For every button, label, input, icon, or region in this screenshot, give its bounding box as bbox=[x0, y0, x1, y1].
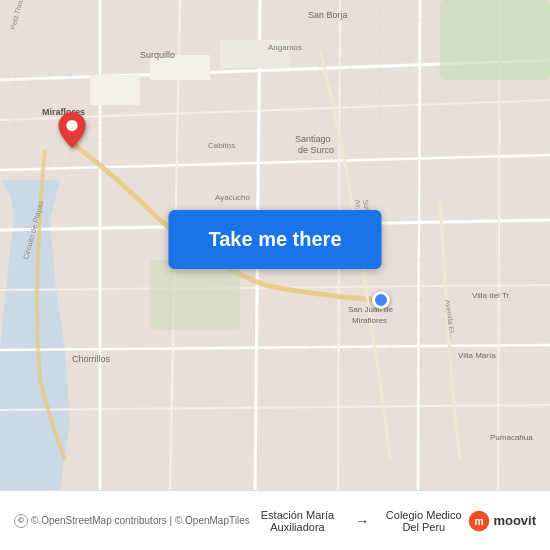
svg-text:Villa del Tr: Villa del Tr bbox=[472, 291, 510, 300]
svg-text:Villa María: Villa María bbox=[458, 351, 496, 360]
svg-rect-56 bbox=[90, 75, 140, 105]
moovit-logo: m moovit bbox=[468, 510, 536, 532]
arrow-icon: → bbox=[355, 513, 369, 529]
attribution-text: © OpenStreetMap contributors | © OpenMap… bbox=[31, 515, 250, 526]
osm-icon: © bbox=[14, 514, 28, 528]
destination-pin bbox=[58, 112, 86, 152]
svg-text:San Borja: San Borja bbox=[308, 10, 348, 20]
svg-text:Surquillo: Surquillo bbox=[140, 50, 175, 60]
map-attribution: © © OpenStreetMap contributors | © OpenM… bbox=[14, 514, 250, 528]
svg-text:m: m bbox=[475, 515, 484, 526]
bottom-bar: © © OpenStreetMap contributors | © OpenM… bbox=[0, 490, 550, 550]
svg-text:Santiago: Santiago bbox=[295, 134, 331, 144]
origin-station: Estación María Auxiliadora bbox=[250, 509, 345, 533]
destination-station: Colegio Medico Del Peru bbox=[379, 509, 468, 533]
svg-text:de Surco: de Surco bbox=[298, 145, 334, 155]
origin-dot bbox=[372, 291, 390, 309]
svg-rect-55 bbox=[150, 260, 240, 330]
svg-rect-54 bbox=[440, 0, 550, 80]
svg-text:Angamos: Angamos bbox=[268, 43, 302, 52]
route-info: Estación María Auxiliadora → Colegio Med… bbox=[250, 509, 469, 533]
svg-text:Pumacahua: Pumacahua bbox=[490, 433, 533, 442]
moovit-logo-icon: m bbox=[468, 510, 490, 532]
take-me-there-button[interactable]: Take me there bbox=[168, 210, 381, 269]
svg-point-78 bbox=[66, 120, 77, 131]
svg-text:Miraflores: Miraflores bbox=[352, 316, 387, 325]
svg-text:Chorrillos: Chorrillos bbox=[72, 354, 111, 364]
moovit-text: moovit bbox=[493, 513, 536, 528]
svg-text:Cabitos: Cabitos bbox=[208, 141, 235, 150]
svg-text:Ayacucho: Ayacucho bbox=[215, 193, 251, 202]
map-container: San Borja Angamos Surquillo Miraflores C… bbox=[0, 0, 550, 490]
